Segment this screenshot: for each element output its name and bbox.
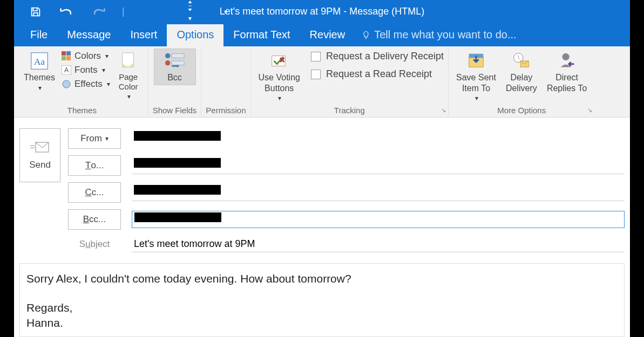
qat-more[interactable]: ▾ [184,0,196,23]
fonts-button[interactable]: A Fonts▾ [62,65,110,75]
tell-me-search[interactable]: Tell me what you want to do... [355,24,523,46]
page-color-label: PageColor [119,72,138,92]
group-show-fields: Bcc Show Fields [148,46,202,117]
page-color-icon [118,51,139,71]
svg-rect-3 [66,51,71,56]
svg-text:Aa: Aa [34,57,45,67]
qat-customize[interactable]: ▾ [224,8,227,16]
use-voting-label: Use VotingButtons [259,72,300,93]
themes-icon: Aa [29,51,50,71]
save-sent-item-button[interactable]: Save SentItem To ▾ [453,49,499,104]
permission-label: Permission [206,106,246,117]
use-voting-button[interactable]: Use VotingButtons ▾ [255,49,303,104]
send-label: Send [29,160,51,170]
lightbulb-icon [361,30,371,40]
page-color-button[interactable]: PageColor ▾ [113,49,144,102]
direct-replies-label: DirectReplies To [547,72,587,93]
more-options-dialog-launcher[interactable]: ↘ [587,107,592,114]
tracking-label: Tracking [255,106,444,117]
compose-header: Send From ▾ user0@example.com To... user… [14,118,630,252]
effects-icon [62,79,71,89]
from-button[interactable]: From ▾ [68,128,121,149]
effects-button[interactable]: Effects▾ [62,79,110,90]
fonts-icon: A [62,65,71,75]
show-fields-label: Show Fields [153,106,197,117]
direct-replies-icon [556,51,578,71]
ribbon: Aa Themes ▾ Colors▾ A Fonts▾ [14,46,630,118]
group-tracking: Use VotingButtons ▾ Request a Delivery R… [251,46,449,117]
delay-delivery-button[interactable]: DelayDelivery [503,49,540,95]
group-more-options: Save SentItem To ▾ DelayDelivery [449,46,594,117]
themes-group-label: Themes [21,106,144,117]
cc-button[interactable]: Cc... [68,182,121,203]
envelope-icon [29,140,51,154]
undo-icon[interactable] [59,4,74,19]
colors-button[interactable]: Colors▾ [62,51,110,61]
message-body[interactable]: Sorry Alex, I couldn't come today evenin… [19,263,625,337]
svg-rect-2 [62,51,66,56]
ribbon-tabs: File Message Insert Options Format Text … [14,23,630,46]
direct-replies-button[interactable]: DirectReplies To [544,49,590,95]
svg-rect-5 [66,56,71,60]
bcc-field[interactable]: user3@example.com [132,211,625,228]
qat-separator: | [122,6,125,17]
svg-rect-12 [172,54,184,58]
svg-text:A: A [64,66,69,74]
bcc-button[interactable]: Bcc... [68,209,121,230]
themes-label: Themes [24,72,55,82]
to-field[interactable]: user1@example.com [132,157,625,174]
bcc-field-button[interactable]: Bcc [154,49,196,85]
themes-button[interactable]: Aa Themes ▾ [21,49,58,94]
voting-icon [268,51,290,71]
from-field[interactable]: user0@example.com [132,130,625,147]
save-sent-label: Save SentItem To [456,72,496,93]
tell-me-placeholder: Tell me what you want to do... [374,29,516,41]
svg-point-10 [165,53,170,59]
send-button[interactable]: Send [19,128,60,182]
delivery-receipt-label: Request a Delivery Receipt [326,51,444,62]
read-receipt-checkbox[interactable]: Request a Read Receipt [311,68,444,80]
delay-icon [511,51,532,71]
subject-label: Subject [68,239,121,250]
colors-icon [62,51,71,61]
more-options-label: More Options [453,106,590,117]
svg-rect-4 [62,56,66,60]
to-button[interactable]: To... [68,155,121,176]
redo-icon[interactable] [91,4,106,19]
tab-format-text[interactable]: Format Text [223,24,300,46]
tab-options[interactable]: Options [167,24,223,46]
delay-label: DelayDelivery [506,72,537,93]
group-permission: Permission [201,46,250,117]
tab-message[interactable]: Message [57,24,120,46]
bcc-icon [162,51,187,71]
tab-review[interactable]: Review [300,24,355,46]
save-icon[interactable] [28,4,43,19]
svg-point-11 [165,60,170,66]
read-receipt-label: Request a Read Receipt [326,68,432,80]
tracking-dialog-launcher[interactable]: ↘ [441,107,446,114]
group-themes: Aa Themes ▾ Colors▾ A Fonts▾ [16,46,148,117]
svg-point-8 [63,80,70,88]
svg-point-19 [562,53,570,60]
cc-field[interactable]: user2@example.com [132,184,625,201]
tab-file[interactable]: File [21,24,57,46]
subject-field[interactable] [132,236,625,252]
save-sent-icon [465,51,487,71]
bcc-label: Bcc [167,72,182,82]
title-bar: | ▾ ▾ Let's meet tomorrow at 9PM - Messa… [14,0,630,23]
tab-insert[interactable]: Insert [120,24,167,46]
svg-rect-13 [172,61,184,65]
delivery-receipt-checkbox[interactable]: Request a Delivery Receipt [311,51,444,62]
